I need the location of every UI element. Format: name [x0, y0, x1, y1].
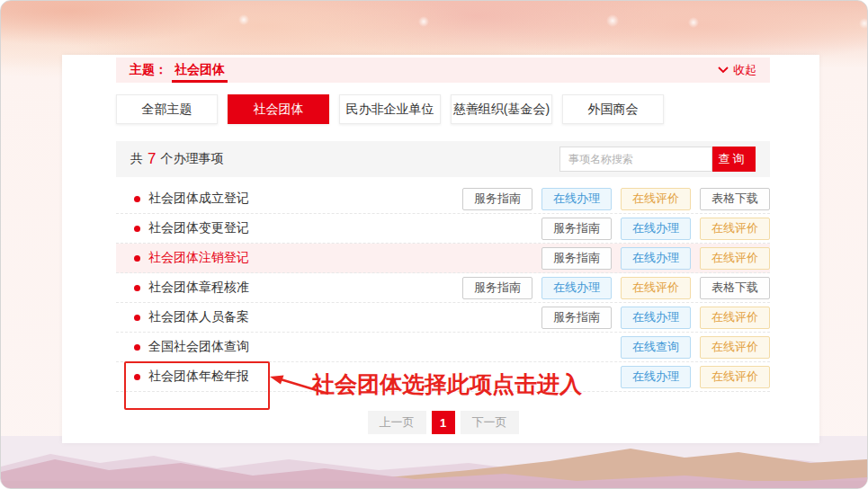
bullet-icon — [134, 255, 140, 262]
topic-label: 主题： — [130, 62, 167, 78]
topic-value: 社会团体 — [174, 58, 225, 83]
action-button[interactable]: 服务指南 — [462, 277, 532, 299]
service-row-3: 社会团体章程核准服务指南在线办理在线评价表格下载 — [116, 273, 770, 303]
service-name[interactable]: 社会团体年检年报 — [148, 369, 249, 385]
action-button[interactable]: 在线评价 — [700, 307, 770, 329]
action-button[interactable]: 在线评价 — [700, 336, 770, 359]
service-row-4: 社会团体人员备案服务指南在线办理在线评价 — [116, 303, 770, 333]
service-row-6: 社会团体年检年报在线办理在线评价 — [116, 362, 770, 392]
action-button[interactable]: 服务指南 — [462, 188, 532, 210]
action-button[interactable]: 在线评价 — [700, 247, 770, 270]
tab-3[interactable]: 慈善组织(基金会) — [451, 94, 552, 124]
pagination: 上一页 1 下一页 — [116, 411, 770, 434]
count-prefix: 共 — [130, 151, 143, 167]
action-button[interactable]: 在线办理 — [541, 277, 612, 299]
chevron-down-icon — [718, 67, 729, 74]
count-suffix: 个办理事项 — [160, 151, 223, 167]
service-actions: 在线办理在线评价 — [621, 366, 770, 388]
prev-page-button[interactable]: 上一页 — [368, 411, 426, 434]
action-button[interactable]: 在线办理 — [621, 307, 691, 329]
service-actions: 服务指南在线办理在线评价 — [541, 247, 770, 270]
action-button[interactable]: 服务指南 — [541, 247, 612, 270]
action-button[interactable]: 在线办理 — [621, 247, 691, 270]
service-actions: 服务指南在线办理在线评价表格下载 — [462, 188, 770, 210]
service-name[interactable]: 社会团体成立登记 — [148, 191, 249, 207]
content-panel: 主题： 社会团体 收起 全部主题社会团体民办非企业单位慈善组织(基金会)外国商会… — [62, 55, 819, 443]
item-count-text: 共 7 个办理事项 — [130, 150, 223, 168]
action-button[interactable]: 表格下载 — [700, 188, 770, 210]
page: 主题： 社会团体 收起 全部主题社会团体民办非企业单位慈善组织(基金会)外国商会… — [0, 0, 868, 489]
action-button[interactable]: 在线办理 — [541, 188, 612, 210]
topic-tabs: 全部主题社会团体民办非企业单位慈善组织(基金会)外国商会 — [116, 94, 770, 124]
current-page-button[interactable]: 1 — [432, 411, 455, 434]
search-button[interactable]: 查询 — [712, 147, 756, 172]
bullet-icon — [134, 196, 140, 202]
service-row-5: 全国社会团体查询在线查询在线评价 — [116, 333, 770, 362]
search-input[interactable] — [559, 147, 712, 172]
service-actions: 在线查询在线评价 — [621, 336, 770, 359]
service-row-1: 社会团体变更登记服务指南在线办理在线评价 — [116, 214, 770, 244]
service-row-0: 社会团体成立登记服务指南在线办理在线评价表格下载 — [116, 184, 770, 214]
service-actions: 服务指南在线办理在线评价表格下载 — [462, 277, 770, 299]
collapse-label: 收起 — [733, 62, 756, 78]
collapse-toggle[interactable]: 收起 — [718, 62, 756, 78]
tab-1-active[interactable]: 社会团体 — [228, 94, 329, 124]
service-list: 社会团体成立登记服务指南在线办理在线评价表格下载社会团体变更登记服务指南在线办理… — [116, 184, 770, 392]
count-value: 7 — [148, 150, 156, 168]
action-button[interactable]: 在线办理 — [621, 366, 691, 388]
next-page-button[interactable]: 下一页 — [461, 411, 519, 434]
summary-bar: 共 7 个办理事项 查询 — [116, 141, 770, 177]
topic-header: 主题： 社会团体 收起 — [116, 58, 770, 83]
action-button[interactable]: 在线评价 — [700, 366, 770, 388]
action-button[interactable]: 在线评价 — [700, 218, 770, 240]
tab-2[interactable]: 民办非企业单位 — [339, 94, 441, 124]
action-button[interactable]: 服务指南 — [541, 218, 612, 240]
service-actions: 服务指南在线办理在线评价 — [541, 218, 770, 240]
tab-4[interactable]: 外国商会 — [562, 94, 664, 124]
bullet-icon — [134, 344, 140, 351]
bullet-icon — [134, 315, 140, 321]
action-button[interactable]: 在线评价 — [621, 188, 691, 210]
search-group: 查询 — [559, 147, 756, 172]
service-actions: 服务指南在线办理在线评价 — [541, 307, 770, 329]
bullet-icon — [134, 374, 140, 380]
service-name[interactable]: 社会团体注销登记 — [148, 250, 249, 266]
page-title: 主题： 社会团体 — [130, 58, 225, 83]
tab-0[interactable]: 全部主题 — [116, 94, 218, 124]
service-row-2: 社会团体注销登记服务指南在线办理在线评价 — [116, 244, 770, 273]
service-name[interactable]: 全国社会团体查询 — [148, 339, 249, 355]
bullet-icon — [134, 285, 140, 291]
service-name[interactable]: 社会团体章程核准 — [148, 280, 249, 296]
service-name[interactable]: 社会团体人员备案 — [148, 309, 249, 325]
action-button[interactable]: 在线评价 — [621, 277, 691, 299]
service-name[interactable]: 社会团体变更登记 — [148, 220, 249, 236]
action-button[interactable]: 在线查询 — [621, 336, 691, 359]
action-button[interactable]: 在线办理 — [621, 218, 691, 240]
action-button[interactable]: 服务指南 — [541, 307, 612, 329]
bullet-icon — [134, 226, 140, 232]
action-button[interactable]: 表格下载 — [700, 277, 770, 299]
mountain-artwork — [1, 436, 868, 488]
